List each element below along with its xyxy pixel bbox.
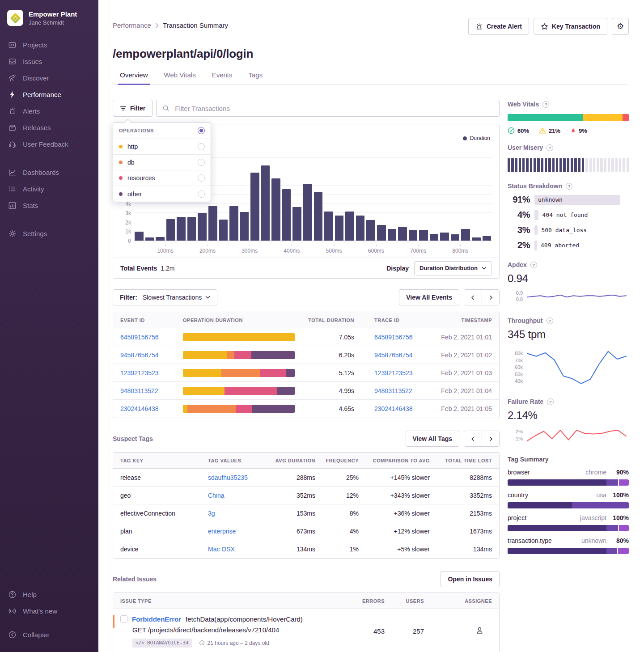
histogram-bar[interactable] [292, 207, 301, 241]
filter-button[interactable]: Filter [113, 100, 153, 117]
tab-web-vitals[interactable]: Web Vitals [163, 71, 197, 85]
help-question-icon[interactable]: ? [530, 262, 537, 268]
histogram-bar[interactable] [440, 233, 449, 241]
key-transaction-button[interactable]: Key Transaction [534, 18, 607, 35]
help-question-icon[interactable]: ? [547, 144, 553, 151]
view-all-events-button[interactable]: View All Events [399, 289, 459, 305]
trace-id-link[interactable]: 94587656754 [354, 351, 439, 359]
histogram-bar[interactable] [166, 219, 175, 241]
histogram-bar[interactable] [335, 216, 344, 241]
sidebar-item-activity[interactable]: Activity [0, 181, 98, 197]
radio-icon[interactable] [198, 174, 205, 182]
prev-page-button[interactable] [464, 431, 482, 446]
histogram-bar[interactable] [472, 237, 481, 241]
histogram-bar[interactable] [409, 230, 418, 241]
histogram-bar[interactable] [356, 216, 365, 241]
histogram-bar[interactable] [271, 178, 280, 241]
sidebar-item-dashboards[interactable]: Dashboards [0, 164, 98, 181]
tag-value-link[interactable]: sdaufhu35235 [208, 474, 275, 481]
tab-overview[interactable]: Overview [119, 71, 149, 85]
histogram-bar[interactable] [345, 212, 354, 241]
tab-events[interactable]: Events [211, 71, 233, 85]
help-question-icon[interactable]: ? [566, 183, 572, 190]
trace-id-link[interactable]: 64589156756 [354, 334, 439, 341]
histogram-bar[interactable] [314, 192, 323, 241]
tag-value-link[interactable]: China [208, 492, 275, 499]
histogram-bar[interactable] [219, 220, 228, 241]
sidebar-item-collapse[interactable]: Collapse [0, 627, 98, 643]
histogram-bar[interactable] [187, 217, 196, 241]
sidebar-item-help[interactable]: Help [0, 586, 98, 603]
events-filter-select[interactable]: Filter: Slowest Transactions [113, 289, 217, 305]
sidebar-item-performance[interactable]: Performance [0, 86, 98, 103]
project-badge[interactable]: </> BOTANAVOICE-34 [132, 639, 192, 648]
breadcrumb-performance[interactable]: Performance [113, 21, 151, 29]
sidebar-item-user-feedback[interactable]: User Feedback [0, 136, 98, 152]
radio-icon[interactable] [198, 191, 205, 198]
create-alert-button[interactable]: Create Alert [468, 18, 529, 35]
operations-option-db[interactable]: db [113, 155, 211, 170]
histogram-bar[interactable] [261, 165, 270, 241]
histogram-bar[interactable] [145, 237, 154, 241]
histogram-bar[interactable] [366, 220, 375, 241]
histogram-bar[interactable] [177, 217, 186, 241]
histogram-bar[interactable] [156, 237, 165, 241]
operations-option-http[interactable]: http [113, 139, 211, 155]
next-page-button[interactable] [482, 431, 499, 446]
sidebar-item-settings[interactable]: Settings [0, 225, 98, 242]
histogram-bar[interactable] [229, 206, 238, 241]
tag-value-link[interactable]: enterprise [208, 528, 275, 535]
issue-checkbox[interactable] [120, 615, 127, 622]
sidebar-item-stats[interactable]: Stats [0, 197, 98, 214]
issue-type-link[interactable]: ForbiddenError [132, 615, 181, 623]
radio-icon[interactable] [198, 143, 205, 150]
open-in-issues-button[interactable]: Open in Issues [441, 571, 500, 587]
radio-icon[interactable] [198, 159, 205, 166]
event-id-link[interactable]: 23024146438 [120, 405, 183, 412]
trace-id-link[interactable]: 94803113522 [354, 387, 439, 394]
help-question-icon[interactable]: ? [542, 101, 549, 108]
trace-id-link[interactable]: 23024146438 [354, 405, 439, 412]
event-id-link[interactable]: 12392123523 [120, 369, 183, 377]
view-all-tags-button[interactable]: View All Tags [406, 431, 459, 447]
histogram-bar[interactable] [419, 230, 428, 241]
histogram-bar[interactable] [483, 236, 491, 241]
event-id-link[interactable]: 64589156756 [120, 334, 183, 341]
tag-value-link[interactable]: Mac OSX [208, 546, 275, 553]
tab-tags[interactable]: Tags [248, 71, 264, 85]
next-page-button[interactable] [482, 290, 499, 305]
help-question-icon[interactable]: ? [547, 318, 553, 324]
org-switcher[interactable]: Empower Plant Jane Schmidt [0, 6, 98, 37]
trace-id-link[interactable]: 12392123523 [354, 369, 439, 377]
event-id-link[interactable]: 94587656754 [120, 351, 183, 359]
event-id-link[interactable]: 94803113522 [120, 387, 183, 394]
histogram-bar[interactable] [135, 232, 144, 241]
sidebar-item-issues[interactable]: Issues [0, 53, 98, 70]
chart-legend[interactable]: Duration [463, 135, 490, 141]
histogram-bar[interactable] [282, 189, 291, 241]
display-select[interactable]: Duration Distribution [414, 261, 492, 275]
radio-selected-icon[interactable] [198, 127, 205, 134]
histogram-bar[interactable] [451, 234, 460, 241]
histogram-bar[interactable] [303, 184, 312, 241]
sidebar-item-releases[interactable]: Releases [0, 119, 98, 136]
histogram-bar[interactable] [377, 225, 386, 241]
search-input[interactable] [174, 104, 493, 113]
sidebar-item-alerts[interactable]: Alerts [0, 103, 98, 119]
issue-assignee[interactable] [424, 626, 492, 636]
histogram-bar[interactable] [388, 229, 397, 241]
histogram-bar[interactable] [240, 212, 249, 241]
settings-gear-button[interactable]: ⚙ [612, 18, 629, 35]
operations-option-resources[interactable]: resources [113, 170, 211, 186]
sidebar-item-discover[interactable]: Discover [0, 70, 98, 86]
histogram-bar[interactable] [208, 206, 217, 241]
tag-value-link[interactable]: 3g [208, 510, 275, 517]
histogram-bar[interactable] [250, 173, 259, 241]
prev-page-button[interactable] [464, 290, 482, 305]
histogram-bar[interactable] [398, 227, 407, 241]
histogram-bar[interactable] [198, 213, 207, 241]
histogram-bar[interactable] [461, 229, 470, 241]
histogram-bar[interactable] [324, 212, 333, 241]
sidebar-item-whats-new[interactable]: What's new [0, 603, 98, 619]
help-question-icon[interactable]: ? [547, 398, 554, 405]
